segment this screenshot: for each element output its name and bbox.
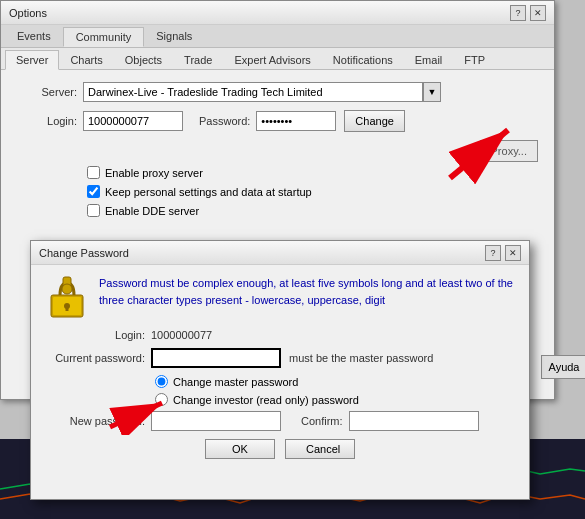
tab-top-community[interactable]: Community xyxy=(63,27,145,47)
current-password-label: Current password: xyxy=(45,352,145,364)
dialog-login-label: Login: xyxy=(45,329,145,341)
tab-notifications[interactable]: Notifications xyxy=(322,50,404,69)
new-password-input[interactable] xyxy=(151,411,281,431)
proxy-checkbox-label: Enable proxy server xyxy=(105,167,203,179)
title-bar-buttons: ? ✕ xyxy=(510,5,546,21)
keep-settings-checkbox-row: Keep personal settings and data at start… xyxy=(17,185,538,198)
login-label: Login: xyxy=(17,115,77,127)
new-password-label: New password: xyxy=(45,415,145,427)
dde-checkbox-row: Enable DDE server xyxy=(17,204,538,217)
dialog-content: Password must be complex enough, at leas… xyxy=(31,265,529,469)
bottom-tab-bar: Server Charts Objects Trade Expert Advis… xyxy=(1,48,554,70)
proxy-button[interactable]: Proxy... xyxy=(480,140,538,162)
tab-trade[interactable]: Trade xyxy=(173,50,223,69)
svg-point-7 xyxy=(62,284,72,294)
current-password-note: must be the master password xyxy=(289,352,433,364)
server-row: Server: ▼ xyxy=(17,82,538,102)
server-label: Server: xyxy=(17,86,77,98)
close-button[interactable]: ✕ xyxy=(530,5,546,21)
keep-settings-checkbox[interactable] xyxy=(87,185,100,198)
enable-proxy-checkbox[interactable] xyxy=(87,166,100,179)
ok-button[interactable]: OK xyxy=(205,439,275,459)
dialog-help-button[interactable]: ? xyxy=(485,245,501,261)
login-password-row: Login: Password: Change xyxy=(17,110,538,132)
change-password-dialog: Change Password ? ✕ Pas xyxy=(30,240,530,500)
radio-investor-password[interactable] xyxy=(155,393,168,406)
change-password-button[interactable]: Change xyxy=(344,110,405,132)
radio1-row: Change master password xyxy=(45,375,515,388)
tab-ftp[interactable]: FTP xyxy=(453,50,496,69)
tab-email[interactable]: Email xyxy=(404,50,454,69)
dde-label: Enable DDE server xyxy=(105,205,199,217)
server-dropdown-arrow[interactable]: ▼ xyxy=(423,82,441,102)
options-title-bar: Options ? ✕ xyxy=(1,1,554,25)
dialog-close-button[interactable]: ✕ xyxy=(505,245,521,261)
radio-master-password[interactable] xyxy=(155,375,168,388)
current-password-input[interactable] xyxy=(151,348,281,368)
tab-charts[interactable]: Charts xyxy=(59,50,113,69)
server-input[interactable] xyxy=(83,82,423,102)
cancel-button[interactable]: Cancel xyxy=(285,439,355,459)
login-input[interactable] xyxy=(83,111,183,131)
dialog-title-buttons: ? ✕ xyxy=(485,245,521,261)
proxy-checkbox-row: Enable proxy server xyxy=(17,166,538,179)
tab-top-signals[interactable]: Signals xyxy=(144,27,204,47)
info-row: Password must be complex enough, at leas… xyxy=(45,275,515,319)
options-content: Server: ▼ Login: Password: Change Proxy.… xyxy=(1,70,554,235)
radio1-label: Change master password xyxy=(173,376,298,388)
keep-settings-label: Keep personal settings and data at start… xyxy=(105,186,312,198)
tab-server[interactable]: Server xyxy=(5,50,59,70)
tab-top-events[interactable]: Events xyxy=(5,27,63,47)
ayuda-button[interactable]: Ayuda xyxy=(541,355,585,379)
tab-objects[interactable]: Objects xyxy=(114,50,173,69)
info-text: Password must be complex enough, at leas… xyxy=(99,275,515,308)
top-tab-bar: Events Community Signals xyxy=(1,25,554,48)
help-button[interactable]: ? xyxy=(510,5,526,21)
options-title: Options xyxy=(9,7,47,19)
dialog-login-row: Login: 1000000077 xyxy=(45,329,515,341)
dialog-buttons: OK Cancel xyxy=(45,439,515,459)
radio2-label: Change investor (read only) password xyxy=(173,394,359,406)
confirm-label: Confirm: xyxy=(301,415,343,427)
dialog-title: Change Password xyxy=(39,247,129,259)
current-password-row: Current password: must be the master pas… xyxy=(45,348,515,368)
server-dropdown-wrapper: ▼ xyxy=(83,82,441,102)
password-input[interactable] xyxy=(256,111,336,131)
radio2-row: Change investor (read only) password xyxy=(45,393,515,406)
svg-rect-5 xyxy=(66,306,69,311)
new-password-row: New password: Confirm: xyxy=(45,411,515,431)
proxy-row: Proxy... xyxy=(17,140,538,162)
dialog-title-bar: Change Password ? ✕ xyxy=(31,241,529,265)
dde-checkbox[interactable] xyxy=(87,204,100,217)
lock-icon xyxy=(45,275,89,319)
confirm-password-input[interactable] xyxy=(349,411,479,431)
tab-expert-advisors[interactable]: Expert Advisors xyxy=(223,50,321,69)
dialog-login-value: 1000000077 xyxy=(151,329,212,341)
password-label: Password: xyxy=(199,115,250,127)
